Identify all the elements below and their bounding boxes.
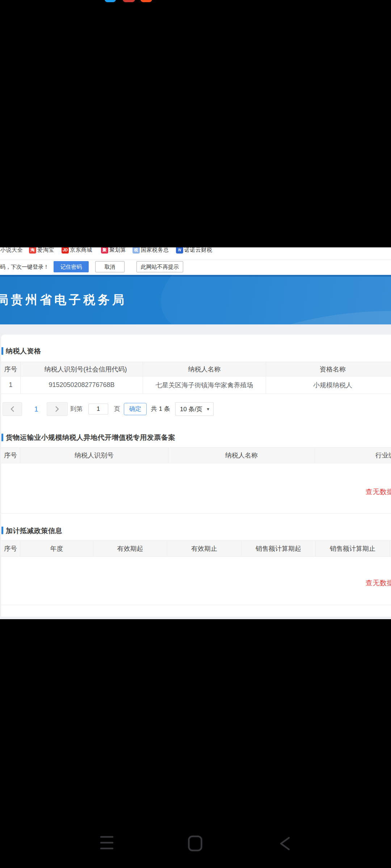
chevron-right-icon	[55, 406, 59, 412]
section-title-taxpayer-qualification: 纳税人资格	[6, 346, 41, 356]
empty-data-text: 查无数据	[366, 578, 391, 588]
nuonuo-icon: N	[176, 247, 183, 254]
chevron-left-icon	[10, 406, 14, 412]
back-icon[interactable]	[279, 837, 290, 850]
table-header-row: 序号 纳税人识别号 纳税人名称 行业编码	[1, 447, 391, 463]
browser-window: 小说大全 淘 爱淘宝 JD 京东商城 聚 聚划算 税 国家税务总 N 诺诺云财税	[0, 247, 391, 619]
bookmark-juhuasuan[interactable]: 聚 聚划算	[101, 247, 126, 254]
column-header-taxpayer-name: 纳税人名称	[168, 448, 315, 463]
page-size-select[interactable]: 10 条/页 ▼	[175, 402, 214, 416]
notification-message: 码，下次一键登录！	[0, 260, 49, 275]
column-header-valid-from: 有效期起	[93, 541, 167, 556]
empty-data-text: 查无数据	[366, 487, 391, 497]
home-icon[interactable]	[188, 835, 202, 851]
cell-qualification-name: 小规模纳税人	[266, 376, 391, 393]
column-header-taxpayer-name: 纳税人名称	[143, 362, 266, 376]
page-size-value: 10 条/页	[180, 405, 202, 413]
table-bottom-border	[1, 513, 391, 514]
column-header-year: 年度	[20, 541, 93, 556]
confirm-button[interactable]: 确定	[124, 403, 147, 415]
cell-taxpayer-name: 七星关区海子街镇海华家禽养殖场	[143, 376, 266, 393]
bookmarks-bar: 小说大全 淘 爱淘宝 JD 京东商城 聚 聚划算 税 国家税务总 N 诺诺云财税	[0, 247, 391, 260]
menu-icon[interactable]	[100, 835, 113, 850]
section-title-deduction-policy: 加计抵减政策信息	[6, 526, 62, 536]
bookmark-label: 诺诺云财税	[184, 247, 213, 254]
blue-app-icon[interactable]	[105, 0, 116, 2]
column-header-taxpayer-id: 纳税人识别号	[20, 448, 168, 463]
column-header-industry-code: 行业编码	[315, 448, 391, 463]
table-header-row: 序号 纳税人识别号(社会信用代码) 纳税人名称 资格名称	[1, 362, 391, 376]
bookmark-label: 爱淘宝	[37, 247, 54, 254]
next-page-button[interactable]	[47, 402, 68, 416]
column-header-sales-calc-from: 销售额计算期起	[241, 541, 316, 556]
current-page-number[interactable]: 1	[30, 402, 42, 416]
bookmark-nuonuo[interactable]: N 诺诺云财税	[176, 247, 213, 254]
bookmark-label: 京东商城	[70, 247, 92, 254]
red-app-icon[interactable]	[123, 0, 135, 2]
table-row[interactable]: 1 91520502082776768B 七星关区海子街镇海华家禽养殖场 小规模…	[1, 376, 391, 394]
orange-app-icon[interactable]	[140, 0, 152, 2]
site-title: 局贵州省电子税务局	[0, 292, 127, 308]
remember-password-button[interactable]: 记住密码	[54, 261, 89, 272]
juhuasuan-icon: 聚	[101, 247, 108, 254]
previous-page-button[interactable]	[3, 402, 22, 416]
bookmark-jd[interactable]: JD 京东商城	[62, 247, 92, 254]
section-title-freight-filing: 货物运输业小规模纳税人异地代开增值税专用发票备案	[6, 433, 175, 442]
page-number-input[interactable]: 1	[88, 404, 108, 414]
password-notification-bar: 码，下次一键登录！ 记住密码 取消 此网站不再提示	[0, 260, 391, 275]
taobao-icon: 淘	[29, 247, 36, 254]
column-header-sales-calc-to: 销售额计算期止	[316, 541, 390, 556]
jd-icon: JD	[62, 247, 69, 254]
total-records-label: 共 1 条	[151, 402, 170, 416]
section-marker	[1, 434, 3, 441]
goto-page-label: 到第	[70, 402, 83, 416]
bookmark-novels[interactable]: 小说大全	[0, 247, 23, 254]
column-header-index: 序号	[1, 541, 20, 556]
bookmark-aitaobao[interactable]: 淘 爱淘宝	[29, 247, 54, 254]
phone-screen: 小说大全 淘 爱淘宝 JD 京东商城 聚 聚划算 税 国家税务总 N 诺诺云财税	[0, 0, 391, 868]
column-header-index: 序号	[1, 448, 20, 463]
cell-taxpayer-id: 91520502082776768B	[21, 376, 143, 393]
cancel-button[interactable]: 取消	[95, 261, 125, 272]
bookmark-label: 小说大全	[0, 247, 23, 254]
never-prompt-button[interactable]: 此网站不再提示	[136, 261, 183, 272]
bookmark-label: 国家税务总	[141, 247, 169, 254]
tax-icon: 税	[133, 247, 140, 254]
bookmark-tax-bureau[interactable]: 税 国家税务总	[133, 247, 169, 254]
table-header-row: 序号 年度 有效期起 有效期止 销售额计算期起 销售额计算期止	[1, 540, 391, 557]
site-header: 局贵州省电子税务局	[0, 275, 391, 324]
section-marker	[1, 347, 3, 355]
content-card: 纳税人资格 序号 纳税人识别号(社会信用代码) 纳税人名称 资格名称 1 915…	[1, 335, 391, 617]
column-header-index: 序号	[1, 362, 21, 376]
column-header-qualification-name: 资格名称	[266, 362, 391, 376]
cell-index: 1	[1, 376, 21, 393]
caret-down-icon: ▼	[206, 407, 210, 411]
column-header-valid-to: 有效期止	[167, 541, 241, 556]
table-bottom-border	[1, 605, 391, 605]
bookmark-label: 聚划算	[109, 247, 126, 254]
section-marker	[1, 527, 3, 534]
column-header-taxpayer-id: 纳税人识别号(社会信用代码)	[21, 362, 143, 376]
page-unit-label: 页	[114, 402, 120, 416]
